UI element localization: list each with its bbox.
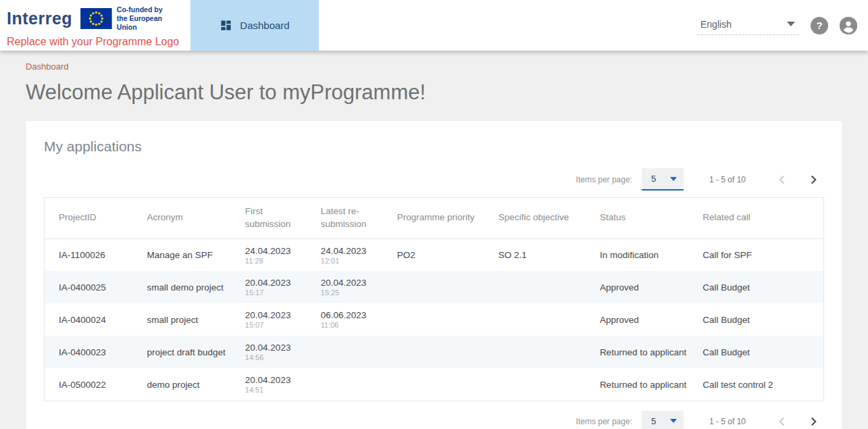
column-header: Programme priority (390, 198, 492, 239)
previous-page-button[interactable] (774, 172, 790, 188)
breadcrumb[interactable]: Dashboard (26, 51, 69, 72)
help-icon[interactable]: ? (811, 17, 828, 34)
table-cell: demo project (140, 368, 238, 401)
table-row[interactable]: IA-0400023project draft budget20.04.2023… (45, 336, 824, 368)
table-row[interactable]: IA-1100026Manage an SPF24.04.202311:2824… (45, 238, 824, 271)
table-cell: small demo project (140, 271, 238, 303)
column-header: Related call (696, 198, 823, 239)
table-cell: IA-1100026 (45, 238, 141, 271)
tab-dashboard[interactable]: Dashboard (190, 0, 319, 51)
table-cell: 20.04.202314:51 (238, 368, 314, 401)
top-header: Interreg Co-funded by the European Union (0, 0, 868, 51)
table-cell (390, 336, 492, 368)
applications-table: ProjectIDAcronymFirst submissionLatest r… (44, 197, 824, 401)
column-header: ProjectID (45, 198, 141, 239)
account-icon[interactable] (840, 17, 857, 34)
column-header: Specific objective (492, 198, 593, 239)
table-cell: 20.04.202315:17 (238, 271, 314, 303)
items-per-page-select[interactable]: 5 (642, 411, 684, 429)
applications-table-body: IA-1100026Manage an SPF24.04.202311:2824… (45, 238, 824, 401)
table-cell: project draft budget (140, 336, 238, 368)
table-cell (390, 271, 492, 303)
table-cell: PO2 (390, 238, 492, 271)
chevron-down-icon (787, 22, 795, 26)
person-icon (840, 17, 857, 34)
table-cell: Call Budget (696, 303, 823, 336)
table-header-row: ProjectIDAcronymFirst submissionLatest r… (45, 198, 824, 239)
table-cell: Call for SPF (696, 238, 823, 271)
column-header: First submission (238, 198, 314, 239)
column-header: Acronym (140, 198, 238, 239)
table-cell: Manage an SPF (140, 238, 238, 271)
cofunded-text: Co-funded by the European Union (117, 5, 184, 32)
eu-flag-icon (80, 8, 112, 29)
paginator-top: Items per page: 5 1 - 5 of 10 (44, 168, 821, 191)
table-cell: Returned to applicant (593, 368, 696, 401)
page-range-label: 1 - 5 of 10 (709, 175, 746, 184)
page-range-label: 1 - 5 of 10 (709, 417, 746, 426)
table-cell: Approved (593, 303, 696, 336)
table-cell (492, 368, 593, 401)
page-title: Welcome Applicant User to myProgramme! (26, 80, 842, 105)
chevron-down-icon (670, 419, 677, 423)
table-cell (390, 303, 492, 336)
table-cell: small project (140, 303, 238, 336)
table-cell: 24.04.202312:01 (314, 238, 390, 271)
interreg-logo: Interreg (7, 9, 72, 28)
table-cell: 20.04.202314:56 (238, 336, 314, 368)
table-cell: IA-0400024 (45, 303, 141, 336)
paginator-bottom: Items per page: 5 1 - 5 of 10 (44, 411, 821, 429)
table-cell: 06.06.202311:06 (314, 303, 390, 336)
table-row[interactable]: IA-0400024small project20.04.202315:0706… (45, 303, 824, 336)
table-cell: Approved (593, 271, 696, 303)
table-cell (492, 303, 593, 336)
table-row[interactable]: IA-0500022demo project20.04.202314:51Ret… (45, 368, 824, 401)
column-header: Status (593, 198, 696, 239)
table-cell (492, 336, 593, 368)
items-per-page-label: Items per page: (576, 417, 632, 426)
table-cell (314, 336, 390, 368)
dashboard-icon (220, 19, 232, 32)
table-cell: Call Budget (696, 271, 823, 303)
my-applications-card: My applications Items per page: 5 1 - 5 … (26, 121, 842, 429)
column-header: Latest re-submission (314, 198, 390, 239)
logo-placeholder-text: Replace with your Programme Logo (7, 36, 184, 48)
programme-logo: Interreg Co-funded by the European Union (0, 0, 184, 51)
table-cell: IA-0400023 (45, 336, 141, 368)
items-per-page-select[interactable]: 5 (642, 168, 684, 191)
previous-page-button[interactable] (774, 413, 790, 429)
next-page-button[interactable] (805, 413, 821, 429)
table-cell: Call Budget (696, 336, 823, 368)
table-cell: IA-0500022 (45, 368, 141, 401)
next-page-button[interactable] (805, 172, 821, 188)
table-cell: Returned to applicant (593, 336, 696, 368)
table-cell: SO 2.1 (492, 238, 593, 271)
table-cell: Call test control 2 (696, 368, 823, 401)
table-cell: 20.04.202315:25 (314, 271, 390, 303)
table-cell: 20.04.202315:07 (238, 303, 314, 336)
table-cell (314, 368, 390, 401)
table-cell: 24.04.202311:28 (238, 238, 314, 271)
tab-dashboard-label: Dashboard (240, 20, 289, 31)
card-title: My applications (44, 138, 824, 155)
chevron-down-icon (670, 177, 677, 181)
table-cell: In modification (593, 238, 696, 271)
table-cell: IA-0400025 (45, 271, 141, 303)
table-cell (390, 368, 492, 401)
table-cell (492, 271, 593, 303)
table-row[interactable]: IA-0400025small demo project20.04.202315… (45, 271, 824, 303)
language-select[interactable]: English (698, 16, 799, 35)
eu-emblem: Co-funded by the European Union (80, 5, 184, 32)
language-value: English (700, 19, 732, 30)
items-per-page-label: Items per page: (576, 175, 632, 184)
